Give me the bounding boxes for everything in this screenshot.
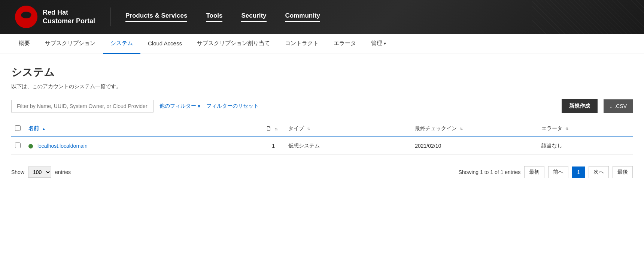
- last-page-button[interactable]: 最後: [613, 166, 633, 178]
- nav-tools[interactable]: Tools: [206, 12, 222, 22]
- th-type[interactable]: タイプ ⇅: [285, 121, 411, 137]
- subnav-subscription[interactable]: サブスクリプション: [37, 34, 103, 54]
- search-input[interactable]: [11, 100, 154, 112]
- subnav-contract[interactable]: コントラクト: [277, 34, 326, 54]
- row-checkbox-cell: [11, 137, 25, 155]
- page-title: システム: [11, 65, 633, 80]
- subnav-manage[interactable]: 管理 ▾: [364, 34, 394, 54]
- row-checkbox[interactable]: [15, 142, 21, 148]
- systems-table: 名前 ▲ 🗋 ⇅ タイプ ⇅ 最終チェックイン ⇅ エラータ ⇅: [11, 121, 633, 155]
- header-divider: [110, 8, 110, 26]
- main-nav: Products & Services Tools Security Commu…: [125, 12, 629, 22]
- subnav-errata[interactable]: エラータ: [326, 34, 364, 54]
- status-green-icon: [28, 144, 33, 148]
- sub-nav: 概要 サブスクリプション システム Cloud Access サブスクリプション…: [0, 34, 644, 54]
- row-doc-cell: 1: [262, 137, 285, 155]
- page-subtitle: 以下は、このアカウントのシステム一覧です。: [11, 83, 633, 90]
- row-type-cell: 仮想システム: [285, 137, 411, 155]
- sort-ud-icon-error: ⇅: [565, 127, 568, 131]
- other-filters-button[interactable]: 他のフィルター ▾: [160, 103, 200, 110]
- filter-row: 他のフィルター ▾ フィルターのリセット 新規作成 ↓ .CSV: [11, 99, 633, 113]
- sort-ud-icon: ⇅: [275, 127, 278, 131]
- subnav-subscription-allot[interactable]: サブスクリプション割り当て: [189, 34, 277, 54]
- th-checkin[interactable]: 最終チェックイン ⇅: [411, 121, 538, 137]
- nav-security[interactable]: Security: [241, 12, 266, 22]
- sort-asc-icon: ▲: [42, 127, 46, 131]
- new-button[interactable]: 新規作成: [562, 99, 598, 113]
- row-name-cell: localhost.localdomain: [25, 137, 262, 155]
- chevron-down-icon: ▾: [198, 103, 200, 109]
- th-error[interactable]: エラータ ⇅: [538, 121, 633, 137]
- table-header-row: 名前 ▲ 🗋 ⇅ タイプ ⇅ 最終チェックイン ⇅ エラータ ⇅: [11, 121, 633, 137]
- current-page-button[interactable]: 1: [572, 166, 585, 178]
- sort-ud-icon-checkin: ⇅: [460, 127, 463, 131]
- table-row: localhost.localdomain 1 仮想システム 2021/02/1…: [11, 137, 633, 155]
- download-icon: ↓: [610, 103, 612, 109]
- select-all-checkbox[interactable]: [15, 125, 21, 131]
- reset-filter-button[interactable]: フィルターのリセット: [206, 103, 259, 110]
- csv-button[interactable]: ↓ .CSV: [604, 99, 633, 113]
- sort-ud-icon-type: ⇅: [307, 127, 310, 131]
- show-label: Show: [11, 169, 24, 175]
- redhat-logo-icon: [15, 6, 37, 28]
- manage-chevron-icon: ▾: [384, 41, 386, 46]
- row-checkin-cell: 2021/02/10: [411, 137, 538, 155]
- pagination-row: Show 10 25 50 100 entries Showing 1 to 1…: [11, 162, 633, 182]
- th-name[interactable]: 名前 ▲: [25, 121, 262, 137]
- system-name-link[interactable]: localhost.localdomain: [37, 143, 88, 149]
- entries-label: entries: [55, 169, 71, 175]
- site-header: Red Hat Customer Portal Products & Servi…: [0, 0, 644, 34]
- th-select-all: [11, 121, 25, 137]
- next-page-button[interactable]: 次へ: [589, 166, 609, 178]
- row-error-cell: 該当なし: [538, 137, 633, 155]
- doc-icon: 🗋: [266, 125, 272, 132]
- showing-text: Showing 1 to 1 of 1 entries: [458, 169, 520, 175]
- site-title: Red Hat Customer Portal: [43, 8, 95, 26]
- first-page-button[interactable]: 最初: [524, 166, 544, 178]
- main-content: システム 以下は、このアカウントのシステム一覧です。 他のフィルター ▾ フィル…: [0, 54, 644, 193]
- subnav-cloud-access[interactable]: Cloud Access: [140, 34, 189, 54]
- prev-page-button[interactable]: 前へ: [548, 166, 568, 178]
- th-doc[interactable]: 🗋 ⇅: [262, 121, 285, 137]
- nav-products-services[interactable]: Products & Services: [125, 12, 187, 22]
- subnav-system[interactable]: システム: [103, 34, 140, 54]
- logo-area: Red Hat Customer Portal: [15, 6, 95, 28]
- show-entries-select[interactable]: 10 25 50 100: [28, 166, 51, 178]
- subnav-overview[interactable]: 概要: [11, 34, 37, 54]
- nav-community[interactable]: Community: [285, 12, 321, 22]
